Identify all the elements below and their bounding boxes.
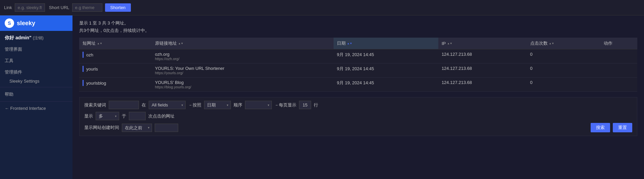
main-layout: S sleeky 你好 admin" (注销) 管理界面 工具 管理插件 Sle… bbox=[0, 15, 644, 179]
link-input[interactable] bbox=[15, 3, 45, 12]
order-select-wrapper bbox=[245, 101, 272, 109]
sidebar-item-help[interactable]: 帮助 bbox=[0, 89, 72, 100]
cell-clicks-1: 0 bbox=[527, 63, 600, 78]
cell-date-2: 9月 19, 2024 14:45 bbox=[334, 78, 438, 92]
sidebar-divider bbox=[0, 87, 72, 87]
sort-date[interactable]: ▲▼ bbox=[347, 42, 352, 45]
sort-label: －按照 bbox=[188, 102, 201, 108]
show-label: 显示 bbox=[84, 113, 93, 119]
logout-link[interactable]: (注销) bbox=[33, 36, 44, 40]
sort-select-wrapper: 日期 bbox=[204, 101, 231, 109]
link-label: Link bbox=[4, 5, 12, 10]
cell-original-1: YOURLS: Your Own URL Shortener https://y… bbox=[152, 63, 334, 78]
search-button[interactable]: 搜索 bbox=[591, 123, 610, 132]
col-clicks: 点击次数 ▲▼ bbox=[527, 38, 600, 49]
col-original: 原链接地址 ▲▼ bbox=[152, 38, 334, 49]
stats-line2: 共3个网址，0次点击，持续统计中。 bbox=[79, 28, 637, 34]
sort-select[interactable]: 日期 bbox=[204, 101, 231, 109]
cell-original-0: ozh.org https://ozh.org/ bbox=[152, 49, 334, 63]
in-label: 在 bbox=[142, 102, 146, 108]
cell-clicks-2: 0 bbox=[527, 78, 600, 92]
date-select[interactable]: 在此之前 bbox=[122, 124, 152, 132]
sidebar-item-tools[interactable]: 工具 bbox=[0, 55, 72, 66]
fields-select[interactable]: All fields bbox=[149, 101, 186, 109]
cell-date-1: 9月 19, 2024 14:45 bbox=[334, 63, 438, 78]
col-action: 动作 bbox=[600, 38, 637, 49]
filter-actions: 搜索 重置 bbox=[591, 123, 632, 132]
shorten-button[interactable]: Shorten bbox=[105, 3, 131, 12]
date-select-wrapper: 在此之前 bbox=[122, 124, 152, 132]
date-value-input[interactable] bbox=[155, 124, 178, 132]
logo-text: sleeky bbox=[17, 20, 35, 27]
rows-label: 行 bbox=[314, 102, 318, 108]
search-keyword-label: 搜索关键词 bbox=[84, 102, 106, 108]
reset-button[interactable]: 重置 bbox=[613, 123, 632, 132]
cell-short-0: ozh bbox=[79, 49, 152, 63]
col-ip: IP ▲▼ bbox=[438, 38, 527, 49]
sidebar: S sleeky 你好 admin" (注销) 管理界面 工具 管理插件 Sle… bbox=[0, 15, 72, 179]
clicks-suffix-label: 次点击的网址 bbox=[148, 113, 175, 119]
filter-row-3: 显示网站创建时间 在此之前 搜索 重置 bbox=[84, 123, 632, 132]
sidebar-item-sleeky-settings[interactable]: Sleeky Settings bbox=[0, 77, 72, 86]
than-label: 于 bbox=[122, 113, 126, 119]
cell-original-2: YOURLS' Blog https://blog.yourls.org/ bbox=[152, 78, 334, 92]
sidebar-item-plugins[interactable]: 管理插件 bbox=[0, 66, 72, 77]
cell-clicks-0: 0 bbox=[527, 49, 600, 63]
order-label: 顺序 bbox=[234, 102, 242, 108]
col-date: 日期 ▲▼ bbox=[334, 38, 438, 49]
clicks-value-input[interactable] bbox=[129, 112, 146, 120]
col-short: 短网址 ▲▼ bbox=[79, 38, 152, 49]
order-select[interactable] bbox=[245, 101, 272, 109]
sidebar-logo: S sleeky bbox=[0, 15, 72, 31]
sort-ip[interactable]: ▲▼ bbox=[447, 42, 452, 45]
show-select-wrapper: 多 bbox=[96, 112, 119, 120]
table-row: ozh ozh.org https://ozh.org/ 9月 19, 2024… bbox=[79, 49, 637, 63]
sort-original[interactable]: ▲▼ bbox=[178, 42, 184, 45]
sort-clicks[interactable]: ▲▼ bbox=[549, 42, 554, 45]
top-bar: Link Short URL Shorten bbox=[0, 0, 644, 15]
frontend-interface-link[interactable]: ← Frontend Interface bbox=[0, 103, 72, 114]
row-indicator-0 bbox=[83, 52, 84, 58]
logo-icon: S bbox=[5, 18, 14, 28]
cell-ip-2: 124.127.213.68 bbox=[438, 78, 527, 92]
date-label: 显示网站创建时间 bbox=[84, 125, 119, 131]
cell-action-2 bbox=[600, 78, 637, 92]
stats-line1: 显示 1 至 3 共 3 个网址。 bbox=[79, 20, 637, 26]
sidebar-divider-2 bbox=[0, 101, 72, 102]
cell-ip-0: 124.127.213.68 bbox=[438, 49, 527, 63]
cell-action-1 bbox=[600, 63, 637, 78]
table-row: yourlsblog YOURLS' Blog https://blog.you… bbox=[79, 78, 637, 92]
sidebar-item-admin[interactable]: 管理界面 bbox=[0, 44, 72, 55]
row-indicator-2 bbox=[83, 80, 84, 86]
cell-short-1: yourls bbox=[79, 63, 152, 78]
filter-row-1: 搜索关键词 在 All fields －按照 日期 顺序 bbox=[84, 101, 632, 109]
filter-row-2: 显示 多 于 次点击的网址 bbox=[84, 112, 632, 120]
cell-ip-1: 124.127.213.68 bbox=[438, 63, 527, 78]
content-area: 显示 1 至 3 共 3 个网址。 共3个网址，0次点击，持续统计中。 短网址 … bbox=[72, 15, 644, 179]
cell-date-0: 9月 19, 2024 14:45 bbox=[334, 49, 438, 63]
short-url-input[interactable] bbox=[72, 3, 102, 12]
sidebar-user: 你好 admin" (注销) bbox=[0, 31, 72, 44]
urls-table: 短网址 ▲▼ 原链接地址 ▲▼ 日期 ▲▼ bbox=[79, 38, 637, 92]
table-row: yourls YOURLS: Your Own URL Shortener ht… bbox=[79, 63, 637, 78]
sort-short[interactable]: ▲▼ bbox=[97, 42, 102, 45]
filter-area: 搜索关键词 在 All fields －按照 日期 顺序 bbox=[79, 97, 637, 136]
fields-select-wrapper: All fields bbox=[149, 101, 186, 109]
show-select[interactable]: 多 bbox=[96, 112, 119, 120]
user-greeting: 你好 admin" (注销) bbox=[5, 35, 44, 40]
per-page-input[interactable] bbox=[299, 101, 311, 109]
short-url-label: Short URL bbox=[49, 5, 69, 10]
per-page-label: －每页显示 bbox=[275, 102, 296, 108]
cell-short-2: yourlsblog bbox=[79, 78, 152, 92]
search-keyword-input[interactable] bbox=[109, 101, 139, 109]
row-indicator-1 bbox=[83, 66, 84, 72]
cell-action-0 bbox=[600, 49, 637, 63]
